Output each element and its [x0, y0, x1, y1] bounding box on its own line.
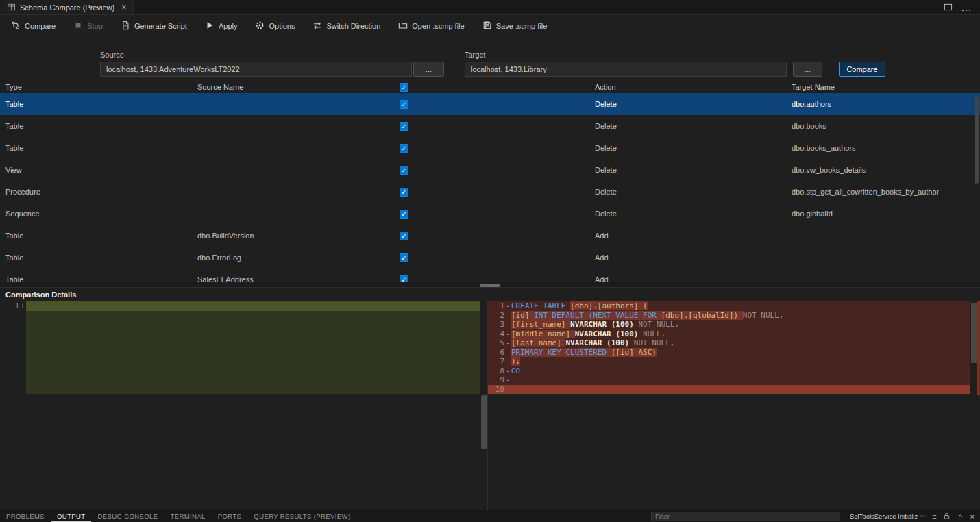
delete-marker: - — [504, 301, 511, 311]
generate-script-icon — [121, 21, 130, 32]
cell-action: Delete — [589, 100, 786, 108]
source-input[interactable] — [100, 62, 412, 77]
output-filter-input[interactable] — [651, 512, 840, 521]
diff-target-pane[interactable]: 1-CREATE TABLE [dbo].[authors] (2-[id] I… — [488, 301, 980, 510]
apply-button[interactable]: Apply — [198, 17, 245, 35]
splitter-handle-icon[interactable] — [480, 284, 500, 287]
row-checkbox[interactable]: ✓ — [400, 188, 408, 197]
diff-line: 5-[last_name] NVARCHAR (100) NOT NULL, — [488, 338, 970, 348]
clear-output-icon[interactable]: ≡ — [932, 512, 936, 521]
stop-button: Stop — [66, 17, 110, 35]
panel-tab-output[interactable]: OUTPUT — [51, 510, 91, 522]
split-editor-icon[interactable] — [944, 3, 953, 12]
options-button[interactable]: Options — [248, 17, 302, 35]
cell-type: Table — [0, 253, 192, 262]
switch-direction-button[interactable]: Switch Direction — [306, 17, 387, 35]
panel-tab-problems[interactable]: PROBLEMS — [0, 510, 51, 522]
generate-script-button[interactable]: Generate Script — [114, 17, 194, 35]
target-browse-button[interactable]: ... — [793, 62, 822, 77]
target-input[interactable] — [465, 62, 787, 77]
maximize-panel-icon[interactable] — [957, 512, 964, 520]
table-row[interactable]: TableSalesLT.Address✓Add — [0, 269, 980, 282]
panel-tab-debug-console[interactable]: DEBUG CONSOLE — [91, 510, 164, 522]
table-row[interactable]: Tabledbo.ErrorLog✓Add — [0, 247, 980, 269]
toolbar-item-label: Open .scmp file — [412, 22, 464, 30]
grid-header: Type Source Name ✓ Action Target Name — [0, 81, 980, 93]
panel-tab-ports[interactable]: PORTS — [212, 510, 248, 522]
select-all-checkbox[interactable]: ✓ — [400, 83, 408, 92]
lock-icon[interactable] — [943, 512, 951, 520]
line-number: 9 — [488, 375, 504, 385]
cell-include: ✓ — [394, 100, 589, 109]
row-checkbox[interactable]: ✓ — [400, 166, 408, 175]
left-editor-scrollbar[interactable] — [481, 395, 487, 449]
cell-type: Procedure — [0, 188, 192, 196]
delete-marker: - — [504, 311, 511, 321]
details-rule — [83, 295, 979, 295]
output-channel-select[interactable]: SqlToolsService Initializ — [850, 512, 926, 520]
column-source-name[interactable]: Source Name — [192, 83, 394, 91]
row-checkbox[interactable]: ✓ — [400, 232, 408, 240]
column-include: ✓ — [394, 83, 589, 92]
row-checkbox[interactable]: ✓ — [400, 122, 408, 131]
diff-editor: 1 + 1-CREATE TABLE [dbo].[authors] (2-[i… — [0, 301, 980, 510]
cell-include: ✓ — [394, 275, 589, 282]
diff-line: 7-); — [488, 357, 970, 366]
cell-target-name: dbo.authors — [786, 100, 980, 108]
delete-marker: - — [504, 348, 511, 358]
table-row[interactable]: Sequence✓Deletedbo.globalId — [0, 203, 980, 225]
chevron-down-icon — [920, 513, 926, 519]
left-insert-marker: + — [21, 301, 25, 311]
diff-line: 8-GO — [488, 366, 970, 376]
line-number: 6 — [488, 348, 504, 358]
tab-close-icon[interactable]: × — [121, 3, 126, 12]
cell-type: View — [0, 166, 192, 174]
diff-source-pane[interactable]: 1 + — [0, 301, 481, 510]
left-insert-line — [26, 301, 480, 311]
toolbar-item-label: Options — [269, 22, 295, 30]
panel-tab-terminal[interactable]: TERMINAL — [164, 510, 212, 522]
grid-scrollbar[interactable] — [975, 96, 979, 184]
table-row[interactable]: Tabledbo.BuildVersion✓Add — [0, 225, 980, 247]
target-label: Target — [465, 51, 486, 59]
toolbar-item-label: Compare — [25, 22, 56, 30]
line-number: 8 — [488, 366, 504, 376]
table-row[interactable]: Procedure✓Deletedbo.stp_get_all_cowritte… — [0, 181, 980, 203]
cell-include: ✓ — [394, 144, 589, 153]
diff-sash[interactable] — [481, 301, 488, 510]
close-panel-icon[interactable]: × — [970, 512, 975, 521]
row-checkbox[interactable]: ✓ — [400, 253, 408, 262]
save-scmp-button[interactable]: Save .scmp file — [476, 17, 554, 35]
cell-include: ✓ — [394, 166, 589, 175]
row-checkbox[interactable]: ✓ — [400, 210, 408, 219]
row-checkbox[interactable]: ✓ — [400, 100, 408, 109]
compare-icon — [11, 21, 21, 32]
code-text: CREATE TABLE [dbo].[authors] ( — [511, 301, 970, 311]
comparison-grid: Table✓Deletedbo.authorsTable✓Deletedbo.b… — [0, 93, 980, 282]
open-scmp-button[interactable]: Open .scmp file — [391, 17, 471, 35]
column-target-name[interactable]: Target Name — [786, 83, 980, 91]
code-text — [511, 375, 970, 385]
row-checkbox[interactable]: ✓ — [400, 275, 408, 282]
details-header: Comparison Details — [0, 288, 980, 301]
tab-schema-compare[interactable]: Schema Compare (Preview) × — [0, 0, 134, 14]
row-checkbox[interactable]: ✓ — [400, 144, 408, 153]
compare-run-button[interactable]: Compare — [839, 62, 885, 77]
column-type[interactable]: Type — [0, 83, 192, 91]
overview-ruler — [977, 301, 980, 395]
table-row[interactable]: Table✓Deletedbo.authors — [0, 93, 980, 115]
panel-splitter[interactable] — [0, 282, 980, 288]
delete-marker: - — [504, 385, 511, 395]
table-row[interactable]: View✓Deletedbo.vw_books_details — [0, 159, 980, 181]
table-row[interactable]: Table✓Deletedbo.books_authors — [0, 137, 980, 159]
code-text: GO — [511, 366, 970, 376]
table-row[interactable]: Table✓Deletedbo.books — [0, 115, 980, 137]
panel-tab-query-results-preview[interactable]: QUERY RESULTS (PREVIEW) — [247, 510, 356, 522]
column-action[interactable]: Action — [589, 83, 786, 91]
save-file-icon — [482, 21, 492, 32]
compare-button[interactable]: Compare — [4, 17, 62, 35]
more-actions-icon[interactable]: … — [961, 1, 972, 14]
line-number: 5 — [488, 338, 504, 348]
source-browse-button[interactable]: ... — [413, 62, 444, 77]
cell-target-name: dbo.books — [786, 122, 980, 130]
